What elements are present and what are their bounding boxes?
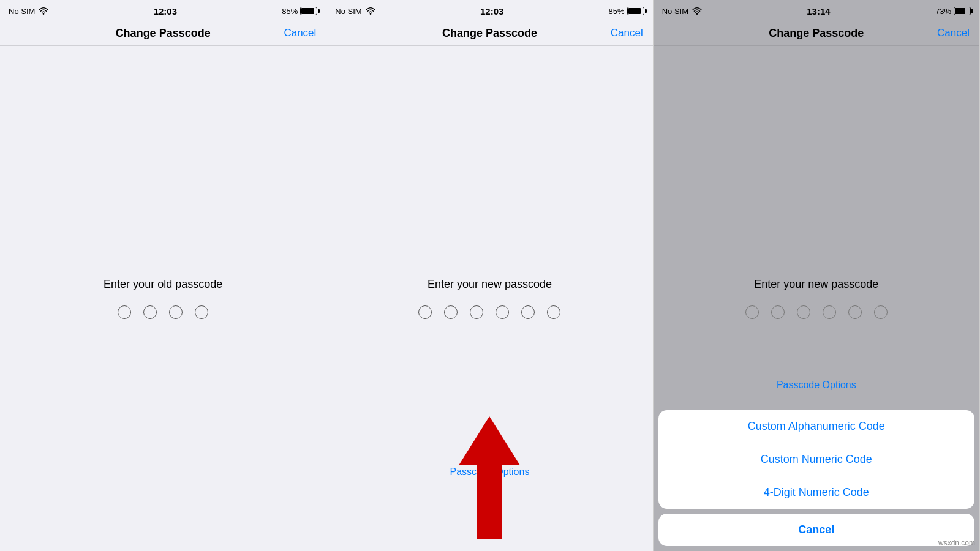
action-sheet-alphanumeric[interactable]: Custom Alphanumeric Code [658, 410, 974, 443]
no-sim-label-1: No SIM [9, 7, 35, 16]
dots-row-1 [118, 305, 208, 319]
panel-1: No SIM 12:03 85% Change Passcode Cancel … [0, 0, 326, 551]
dot-2-5 [521, 305, 535, 319]
panel-3: No SIM 13:14 73% Change Passcode Cancel … [654, 0, 980, 551]
action-sheet: Custom Alphanumeric Code Custom Numeric … [654, 410, 979, 551]
dot-3-3 [797, 305, 810, 319]
svg-marker-0 [459, 416, 520, 539]
status-time-3: 13:14 [807, 6, 830, 17]
action-sheet-4digit[interactable]: 4-Digit Numeric Code [658, 476, 974, 509]
passcode-options-partial: Passcode Options [777, 380, 856, 391]
dot-3-4 [823, 305, 836, 319]
watermark: wsxdn.com [938, 539, 975, 547]
cancel-button-3[interactable]: Cancel [937, 27, 970, 39]
dot-2-3 [470, 305, 483, 319]
no-sim-label-3: No SIM [662, 7, 688, 16]
status-right-1: 85% [282, 7, 317, 16]
battery-percent-3: 73% [935, 7, 951, 16]
nav-title-3: Change Passcode [769, 27, 864, 40]
nav-bar-1: Change Passcode Cancel [0, 22, 326, 46]
dot-1-2 [143, 305, 157, 319]
content-1: Enter your old passcode [0, 46, 326, 551]
dot-2-4 [496, 305, 509, 319]
wifi-icon-3 [692, 7, 702, 15]
dot-1-4 [195, 305, 208, 319]
dot-1-3 [169, 305, 183, 319]
cancel-button-1[interactable]: Cancel [284, 27, 316, 39]
action-sheet-cancel-group: Cancel [658, 514, 974, 546]
status-bar-1: No SIM 12:03 85% [0, 0, 326, 22]
prompt-text-2: Enter your new passcode [428, 278, 552, 291]
dot-3-5 [848, 305, 862, 319]
dot-2-6 [547, 305, 560, 319]
status-bar-2: No SIM 12:03 85% [326, 0, 652, 22]
status-left-2: No SIM [335, 7, 375, 16]
action-sheet-group: Custom Alphanumeric Code Custom Numeric … [658, 410, 974, 509]
dot-1-1 [118, 305, 131, 319]
action-sheet-numeric[interactable]: Custom Numeric Code [658, 443, 974, 476]
dot-2-2 [444, 305, 458, 319]
dot-3-1 [745, 305, 759, 319]
battery-icon-2 [627, 7, 644, 15]
prompt-text-1: Enter your old passcode [104, 278, 222, 291]
nav-bar-2: Change Passcode Cancel [326, 22, 652, 46]
status-time-2: 12:03 [480, 6, 503, 17]
nav-title-2: Change Passcode [442, 27, 537, 40]
wifi-icon-1 [39, 7, 48, 15]
wifi-icon-2 [366, 7, 375, 15]
dot-3-6 [874, 305, 888, 319]
status-right-3: 73% [935, 7, 971, 16]
dot-2-1 [418, 305, 432, 319]
status-time-1: 12:03 [154, 6, 177, 17]
status-bar-3: No SIM 13:14 73% [654, 0, 979, 22]
content-2: Enter your new passcode Passcode Options [326, 46, 652, 551]
panel-2: No SIM 12:03 85% Change Passcode Cancel … [326, 0, 653, 551]
battery-icon-3 [954, 7, 971, 15]
dots-row-2 [418, 305, 560, 319]
dots-row-3 [745, 305, 888, 319]
action-sheet-cancel-button[interactable]: Cancel [658, 514, 974, 546]
battery-percent-1: 85% [282, 7, 298, 16]
status-left-1: No SIM [9, 7, 48, 16]
nav-title-1: Change Passcode [116, 27, 211, 40]
no-sim-label-2: No SIM [335, 7, 361, 16]
status-left-3: No SIM [662, 7, 702, 16]
red-arrow-2 [453, 416, 526, 539]
battery-percent-2: 85% [609, 7, 625, 16]
battery-icon-1 [300, 7, 317, 15]
nav-bar-3: Change Passcode Cancel [654, 22, 979, 46]
prompt-text-3: Enter your new passcode [754, 278, 878, 291]
dot-3-2 [771, 305, 785, 319]
cancel-button-2[interactable]: Cancel [611, 27, 643, 39]
status-right-2: 85% [609, 7, 644, 16]
